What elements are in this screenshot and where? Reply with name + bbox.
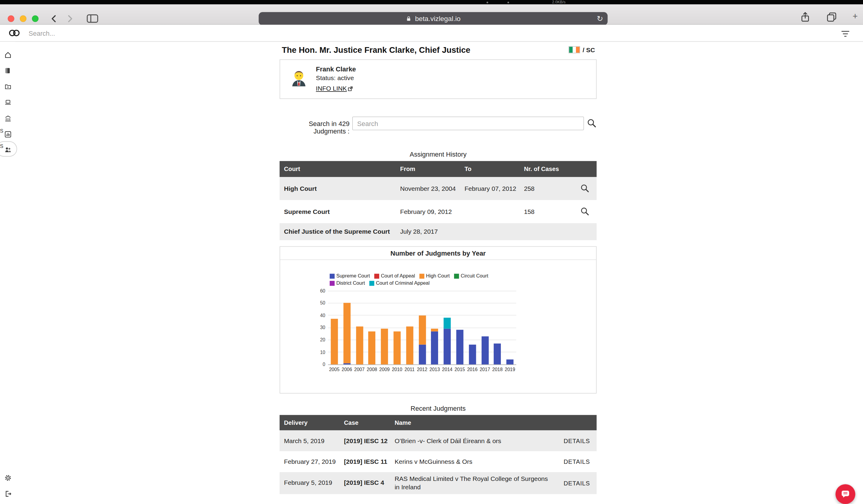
legend-item: Circuit Court <box>454 273 488 279</box>
page-title: The Hon. Mr. Justice Frank Clarke, Chief… <box>282 45 470 54</box>
new-tab-button[interactable]: + <box>852 11 858 21</box>
bar-segment <box>469 345 476 364</box>
sidebar-item-devices[interactable] <box>4 99 12 106</box>
bar-segment <box>418 315 426 345</box>
vizlegal-logo[interactable] <box>8 28 20 40</box>
judge-name: Frank Clarke <box>316 65 356 73</box>
sidebar-item-signout[interactable] <box>4 490 12 497</box>
tab-overview-button[interactable] <box>826 11 837 25</box>
name-cell: RAS Medical Limited v The Royal College … <box>395 475 557 491</box>
cases-cell: 158 <box>524 208 577 216</box>
legend-label: Supreme Court <box>336 273 370 279</box>
from-cell: July 28, 2017 <box>400 228 464 236</box>
x-tick-label: 2012 <box>416 366 428 372</box>
judgment-row: February 27, 2019[2019] IESC 11Kerins v … <box>279 451 597 472</box>
share-button[interactable] <box>800 11 811 25</box>
sidebar-item-stats[interactable] <box>4 130 12 138</box>
jurisdiction-badge: / SC <box>568 46 595 53</box>
judge-profile-card: Frank Clarke Status: active INFO LINK <box>279 60 597 99</box>
legend-label: High Court <box>426 273 450 279</box>
legend-swatch <box>374 274 379 279</box>
row-search-button[interactable] <box>580 207 590 217</box>
delivery-cell: February 27, 2019 <box>284 457 344 466</box>
assignment-row: High CourtNovember 23, 2004February 07, … <box>279 177 597 200</box>
media-folder-icon <box>4 83 11 90</box>
row-actions <box>577 184 597 194</box>
chat-launcher-button[interactable] <box>835 484 855 504</box>
back-button[interactable] <box>48 12 61 25</box>
assignment-table-header: CourtFromToNr. of Cases <box>279 161 597 177</box>
judge-avatar <box>289 68 309 90</box>
x-tick-label: 2015 <box>453 366 466 372</box>
sidebar-toggle-button[interactable] <box>86 12 99 25</box>
x-tick-label: 2014 <box>441 366 453 372</box>
bar-segment <box>343 303 350 363</box>
laptop-icon <box>4 99 11 106</box>
bar-segment <box>418 345 426 364</box>
external-link-icon <box>348 86 353 91</box>
column-header: Delivery <box>284 419 344 427</box>
case-cell: [2019] IESC 12 <box>344 437 395 445</box>
url-text: beta.vizlegal.io <box>415 15 461 23</box>
judgment-search-input[interactable] <box>352 116 584 130</box>
info-link-label: INFO LINK <box>316 85 347 92</box>
judgment-search-button[interactable] <box>587 118 597 128</box>
sidebar-item-media[interactable] <box>4 82 12 90</box>
filter-button[interactable] <box>841 30 850 40</box>
bar-segment <box>431 329 438 331</box>
recent-judgments-title: Recent Judgments <box>279 404 597 412</box>
sidebar-panel-icon <box>87 14 99 24</box>
details-button[interactable]: DETAILS <box>557 458 597 465</box>
window-zoom-button[interactable] <box>32 15 38 22</box>
lock-icon <box>406 15 412 22</box>
info-link[interactable]: INFO LINK <box>316 85 353 92</box>
sidebar-partial-label: S <box>0 128 3 133</box>
column-header: Case <box>344 419 395 427</box>
court-cell: Chief Justice of the Supreme Court <box>284 228 400 236</box>
x-tick-label: 2017 <box>479 366 491 372</box>
bar-segment <box>330 319 338 364</box>
chart-plot: 0102030405060200520062007200820092010201… <box>328 291 516 364</box>
legend-label: Court of Criminal Appeal <box>376 280 430 286</box>
address-bar[interactable]: beta.vizlegal.io ↻ <box>259 12 608 25</box>
chevron-left-icon <box>49 14 59 24</box>
sidebar-partial-label: S <box>0 143 3 149</box>
details-button[interactable]: DETAILS <box>557 437 597 444</box>
sidebar-item-courts[interactable] <box>4 114 12 122</box>
judge-status: Status: active <box>316 75 356 81</box>
y-tick-label: 10 <box>313 349 325 355</box>
bar-segment <box>356 326 363 364</box>
bar-segment <box>343 363 350 364</box>
assignment-row: Chief Justice of the Supreme CourtJuly 2… <box>279 223 597 240</box>
x-tick-label: 2013 <box>428 366 441 372</box>
reload-button[interactable]: ↻ <box>597 13 603 24</box>
sidebar-item-home[interactable] <box>4 51 12 59</box>
forward-button[interactable] <box>63 12 77 25</box>
window-minimize-button[interactable] <box>20 15 26 22</box>
screen: 2.0KB/s beta.vizlegal.io ↻ + <box>0 0 863 504</box>
bar-segment <box>443 329 451 364</box>
x-tick-label: 2007 <box>353 366 366 372</box>
legend-item: Court of Criminal Appeal <box>369 280 430 286</box>
recent-table-header: DeliveryCaseName <box>279 415 597 430</box>
bar-segment <box>456 330 463 364</box>
bar-segment <box>494 344 501 364</box>
sidebar-item-settings[interactable] <box>4 474 12 481</box>
global-search-input[interactable] <box>28 26 788 40</box>
bar-chart-icon <box>4 130 11 138</box>
sidebar-item-journals[interactable] <box>4 67 12 74</box>
vizlegal-logo-icon <box>8 28 20 37</box>
row-search-button[interactable] <box>580 184 590 194</box>
sign-out-icon <box>4 490 11 497</box>
cases-cell: 258 <box>524 184 577 193</box>
name-cell: O’Brien -v- Clerk of Dáil Éireann & ors <box>395 437 557 445</box>
details-button[interactable]: DETAILS <box>557 480 597 486</box>
court-cell: Supreme Court <box>284 208 400 216</box>
bar-segment <box>506 359 513 364</box>
to-cell: February 07, 2012 <box>464 184 524 193</box>
window-close-button[interactable] <box>8 15 14 22</box>
legend-swatch <box>420 274 424 279</box>
sidebar-item-judges[interactable] <box>4 146 12 154</box>
app-topbar <box>0 25 863 42</box>
assignment-table-body: High CourtNovember 23, 2004February 07, … <box>279 177 597 240</box>
